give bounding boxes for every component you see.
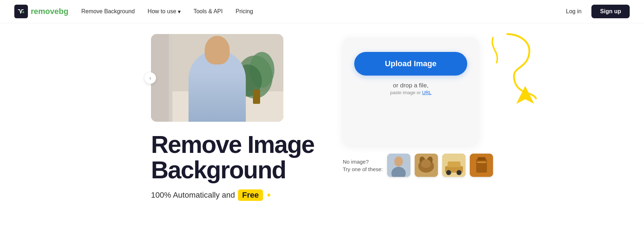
hero-headline: Remove Image Background — [151, 132, 314, 183]
svg-point-10 — [192, 86, 242, 122]
svg-rect-7 — [253, 90, 260, 104]
signup-button[interactable]: Sign up — [591, 5, 630, 18]
upload-image-button[interactable]: Upload Image — [354, 52, 467, 76]
sample-thumb-dog[interactable] — [415, 154, 438, 177]
nav-pricing[interactable]: Pricing — [235, 8, 253, 15]
svg-point-30 — [421, 159, 431, 168]
svg-point-12 — [203, 55, 231, 78]
svg-point-18 — [205, 81, 230, 102]
hero-image — [151, 34, 283, 122]
decorative-arrow — [514, 84, 536, 106]
logo-text: removebg — [31, 7, 68, 16]
navbar: removebg Remove Background How to use ▾ … — [0, 0, 644, 23]
samples-row: No image? Try one of these: — [343, 154, 493, 177]
svg-point-1 — [23, 11, 24, 13]
logo-icon — [14, 5, 28, 18]
logo[interactable]: removebg — [14, 5, 68, 18]
login-button[interactable]: Log in — [562, 5, 586, 18]
nav-how-to-use[interactable]: How to use ▾ — [148, 8, 181, 15]
svg-rect-17 — [208, 93, 226, 107]
chevron-down-icon: ▾ — [178, 8, 181, 15]
right-side: Upload Image or drop a file, paste image… — [343, 38, 493, 177]
svg-point-15 — [211, 74, 215, 78]
svg-marker-22 — [516, 86, 534, 104]
samples-label: No image? Try one of these: — [343, 158, 383, 173]
arrow-left-icon: ‹ — [150, 75, 151, 81]
nav-remove-background[interactable]: Remove Background — [81, 8, 135, 15]
svg-point-16 — [219, 74, 223, 78]
nav-left: removebg Remove Background How to use ▾ … — [14, 5, 253, 18]
upload-card: Upload Image or drop a file, paste image… — [343, 38, 479, 145]
svg-point-13 — [205, 61, 215, 79]
svg-point-11 — [204, 59, 231, 91]
svg-point-14 — [219, 61, 230, 79]
svg-rect-39 — [477, 161, 486, 163]
svg-point-34 — [446, 170, 451, 175]
svg-point-24 — [394, 156, 403, 166]
svg-point-20 — [204, 84, 219, 98]
svg-rect-33 — [448, 161, 460, 167]
sample-thumb-person[interactable] — [387, 154, 410, 177]
hero-subline: 100% Automatically and Free ✦ — [151, 189, 314, 201]
url-link[interactable]: URL — [422, 90, 431, 95]
free-badge: Free — [238, 189, 263, 201]
svg-point-35 — [457, 170, 462, 175]
decorative-squiggle — [472, 30, 543, 102]
main-content: ‹ Remove Image Background 100% Automatic… — [0, 23, 644, 251]
hero-image-wrapper: ‹ — [151, 34, 314, 122]
svg-rect-37 — [476, 159, 487, 173]
svg-point-21 — [215, 83, 230, 96]
nav-right: Log in Sign up — [562, 5, 630, 18]
nav-tools-api[interactable]: Tools & API — [194, 8, 223, 15]
sample-thumb-product[interactable] — [470, 154, 493, 177]
svg-rect-38 — [478, 157, 486, 160]
drop-zone-text: or drop a file, paste image or URL — [390, 82, 431, 96]
sample-thumb-car[interactable] — [442, 154, 465, 177]
left-side: ‹ Remove Image Background 100% Automatic… — [151, 34, 314, 201]
prev-image-button[interactable]: ‹ — [145, 72, 156, 84]
